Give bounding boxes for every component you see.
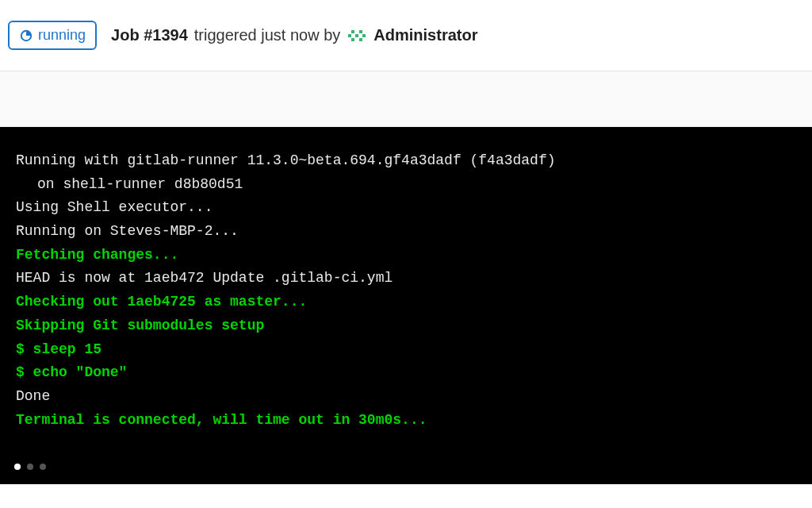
terminal-line: Fetching changes... — [16, 244, 796, 267]
avatar[interactable] — [347, 25, 367, 46]
terminal-line: Done — [16, 385, 796, 409]
terminal-line: Terminal is connected, will time out in … — [16, 409, 796, 433]
terminal-output: Running with gitlab-runner 11.3.0~beta.6… — [0, 127, 812, 484]
terminal-line: HEAD is now at 1aeb472 Update .gitlab-ci… — [16, 267, 796, 291]
triggered-text: triggered just now by — [194, 26, 341, 44]
job-number: Job #1394 — [111, 26, 188, 44]
running-icon — [19, 29, 33, 43]
job-info: Job #1394 triggered just now by Administ… — [111, 25, 477, 46]
svg-rect-2 — [351, 30, 354, 33]
dot — [40, 464, 46, 470]
terminal-line: Skipping Git submodules setup — [16, 314, 796, 338]
status-badge[interactable]: running — [8, 21, 97, 50]
dot — [14, 464, 21, 470]
status-text: running — [38, 27, 86, 44]
svg-rect-6 — [359, 38, 362, 41]
terminal-line: Using Shell executor... — [16, 196, 796, 220]
terminal-line: Running with gitlab-runner 11.3.0~beta.6… — [16, 149, 796, 173]
terminal-line: $ sleep 15 — [16, 338, 796, 362]
svg-rect-8 — [362, 34, 366, 37]
loading-dots — [14, 464, 46, 470]
terminal-line: $ echo "Done" — [16, 361, 796, 385]
header-spacer — [0, 71, 812, 127]
svg-rect-3 — [359, 30, 362, 33]
svg-rect-7 — [348, 34, 351, 37]
svg-rect-5 — [351, 38, 354, 41]
job-header: running Job #1394 triggered just now by … — [0, 0, 812, 71]
terminal-line: Checking out 1aeb4725 as master... — [16, 291, 796, 314]
dot — [27, 464, 33, 470]
terminal-line: on shell-runner d8b80d51 — [16, 173, 796, 197]
svg-rect-4 — [355, 34, 358, 37]
terminal-line: Running on Steves-MBP-2... — [16, 220, 796, 244]
user-name[interactable]: Administrator — [373, 26, 477, 44]
